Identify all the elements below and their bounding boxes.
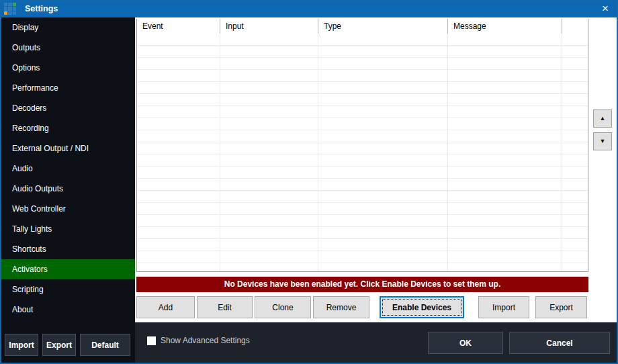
- table-cell: [448, 167, 562, 178]
- table-cell: [318, 215, 448, 226]
- sidebar-item-options[interactable]: Options: [0, 58, 135, 78]
- table-cell: [448, 82, 562, 93]
- table-body: [137, 34, 588, 272]
- show-advanced-settings-label: Show Advanced Settings: [161, 336, 250, 345]
- clone-button[interactable]: Clone: [255, 296, 311, 318]
- sidebar-item-shortcuts[interactable]: Shortcuts: [0, 239, 135, 259]
- sidebar-item-recording[interactable]: Recording: [0, 118, 135, 138]
- add-button[interactable]: Add: [136, 296, 195, 318]
- table-cell: [318, 167, 448, 178]
- table-row: [137, 179, 588, 191]
- sidebar-nav: DisplayOutputsOptionsPerformanceDecoders…: [0, 17, 135, 320]
- sidebar-item-activators[interactable]: Activators: [0, 259, 135, 279]
- table-cell: [318, 239, 448, 251]
- column-header-filler: [562, 19, 588, 34]
- sidebar-item-audio[interactable]: Audio: [0, 158, 135, 179]
- close-icon[interactable]: ×: [597, 0, 613, 17]
- enable-devices-button[interactable]: Enable Devices: [380, 296, 464, 318]
- table-cell: [137, 154, 220, 166]
- table-cell: [137, 191, 220, 202]
- cancel-button[interactable]: Cancel: [509, 332, 610, 354]
- table-row: [137, 142, 588, 154]
- table-cell: [137, 82, 220, 93]
- default-settings-button[interactable]: Default: [80, 334, 130, 356]
- table-cell: [137, 58, 220, 69]
- table-cell: [562, 94, 588, 105]
- table-cell: [137, 227, 220, 238]
- table-cell: [562, 70, 588, 81]
- move-up-button[interactable]: ▲: [593, 109, 612, 128]
- table-cell: [220, 239, 318, 251]
- table-row: [137, 167, 588, 179]
- table-cell: [318, 118, 448, 130]
- table-cell: [318, 263, 448, 272]
- export-settings-button[interactable]: Export: [42, 334, 76, 356]
- table-row: [137, 130, 588, 142]
- sidebar-item-display[interactable]: Display: [0, 17, 135, 38]
- table-cell: [562, 46, 588, 57]
- table-cell: [220, 70, 318, 81]
- table-cell: [448, 142, 562, 154]
- ok-button[interactable]: OK: [428, 332, 503, 354]
- table-cell: [220, 94, 318, 105]
- table-cell: [448, 239, 562, 251]
- table-cell: [318, 70, 448, 81]
- table-cell: [562, 203, 588, 214]
- table-cell: [137, 203, 220, 214]
- arrow-up-icon: ▲: [600, 115, 606, 122]
- table-cell: [562, 191, 588, 202]
- table-cell: [220, 106, 318, 118]
- table-cell: [562, 227, 588, 238]
- table-cell: [448, 46, 562, 57]
- table-cell: [562, 154, 588, 166]
- sidebar-item-performance[interactable]: Performance: [0, 78, 135, 98]
- export-button[interactable]: Export: [535, 296, 587, 318]
- table-row: [137, 94, 588, 106]
- table-cell: [220, 34, 318, 45]
- table-cell: [137, 106, 220, 118]
- import-settings-button[interactable]: Import: [5, 334, 38, 356]
- sidebar-item-external-output-ndi[interactable]: External Output / NDI: [0, 138, 135, 158]
- table-cell: [137, 94, 220, 105]
- edit-button[interactable]: Edit: [197, 296, 253, 318]
- sidebar-item-decoders[interactable]: Decoders: [0, 98, 135, 118]
- table-cell: [137, 130, 220, 142]
- move-down-button[interactable]: ▼: [593, 132, 612, 150]
- sidebar-item-web-controller[interactable]: Web Controller: [0, 199, 135, 219]
- table-cell: [562, 215, 588, 226]
- sidebar-footer: ImportExportDefault: [5, 334, 130, 356]
- table-cell: [448, 203, 562, 214]
- column-header-message[interactable]: Message: [448, 19, 562, 34]
- table-cell: [220, 215, 318, 226]
- sidebar-item-audio-outputs[interactable]: Audio Outputs: [0, 179, 135, 199]
- table-cell: [448, 58, 562, 69]
- table-cell: [448, 263, 562, 272]
- table-cell: [318, 251, 448, 263]
- table-cell: [220, 167, 318, 178]
- column-header-type[interactable]: Type: [318, 19, 448, 34]
- column-header-input[interactable]: Input: [220, 19, 318, 34]
- no-devices-banner: No Devices have been enabled yet. Click …: [136, 277, 588, 292]
- column-header-event[interactable]: Event: [137, 19, 220, 34]
- table-cell: [318, 46, 448, 57]
- table-cell: [562, 251, 588, 263]
- table-cell: [137, 215, 220, 226]
- table-cell: [448, 215, 562, 226]
- sidebar-item-about[interactable]: About: [0, 300, 135, 320]
- table-cell: [137, 239, 220, 251]
- sidebar-item-outputs[interactable]: Outputs: [0, 38, 135, 58]
- remove-button[interactable]: Remove: [313, 296, 369, 318]
- table-cell: [318, 58, 448, 69]
- sidebar-item-tally-lights[interactable]: Tally Lights: [0, 219, 135, 239]
- table-cell: [220, 263, 318, 272]
- import-button[interactable]: Import: [478, 296, 529, 318]
- sidebar-item-scripting[interactable]: Scripting: [0, 279, 135, 300]
- table-cell: [318, 227, 448, 238]
- table-cell: [318, 154, 448, 166]
- table-cell: [562, 239, 588, 251]
- table-row: [137, 82, 588, 94]
- table-row: [137, 251, 588, 263]
- titlebar: Settings ×: [0, 0, 618, 17]
- table-cell: [137, 70, 220, 81]
- show-advanced-settings-checkbox[interactable]: [147, 336, 156, 345]
